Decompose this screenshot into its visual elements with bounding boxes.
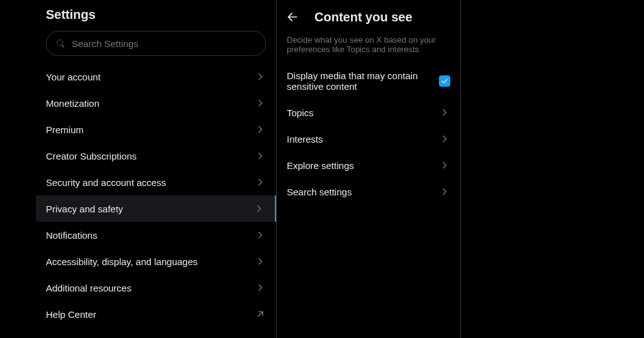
sidebar-items: Your accountMonetizationPremiumCreator S… xyxy=(36,63,276,327)
content-item-label: Search settings xyxy=(287,187,352,197)
sidebar-item-label: Accessibility, display, and languages xyxy=(46,256,197,267)
content-item-label: Interests xyxy=(287,134,323,144)
sidebar-item-accessibility-display-and-languages[interactable]: Accessibility, display, and languages xyxy=(36,248,276,275)
settings-sidebar: Settings Your accountMonetizationPremium… xyxy=(36,0,277,338)
chevron-right-icon xyxy=(255,177,266,188)
main-panel: Content you see Decide what you see on X… xyxy=(277,0,461,338)
main-description: Decide what you see on X based on your p… xyxy=(277,33,460,63)
sidebar-item-monetization[interactable]: Monetization xyxy=(36,90,276,116)
content-item-search-settings[interactable]: Search settings xyxy=(277,178,460,205)
back-arrow-icon xyxy=(286,11,299,23)
sidebar-item-label: Notifications xyxy=(46,230,97,241)
chevron-right-icon xyxy=(255,282,266,293)
content-item-label: Explore settings xyxy=(287,160,354,171)
sidebar-item-premium[interactable]: Premium xyxy=(36,116,276,143)
sidebar-item-notifications[interactable]: Notifications xyxy=(36,222,276,248)
sidebar-item-label: Additional resources xyxy=(46,283,131,293)
sidebar-item-label: Creator Subscriptions xyxy=(46,151,136,161)
chevron-right-icon xyxy=(439,133,450,144)
chevron-right-icon xyxy=(255,256,266,267)
check-icon xyxy=(440,77,449,85)
content-items: Display media that may contain sensitive… xyxy=(277,63,460,205)
sidebar-header: Settings xyxy=(36,0,276,26)
chevron-right-icon xyxy=(255,229,266,241)
chevron-right-icon xyxy=(255,97,266,109)
sidebar-title: Settings xyxy=(46,8,266,22)
search-input-wrapper[interactable] xyxy=(46,31,266,56)
sidebar-item-label: Your account xyxy=(46,72,101,82)
sidebar-item-additional-resources[interactable]: Additional resources xyxy=(36,275,276,301)
content-item-display-media-that-may-contain-sensitive[interactable]: Display media that may contain sensitive… xyxy=(277,63,460,99)
chevron-right-icon xyxy=(255,124,266,135)
external-link-icon xyxy=(255,308,266,320)
sidebar-item-label: Help Center xyxy=(46,309,96,320)
sidebar-item-help-center[interactable]: Help Center xyxy=(36,301,276,327)
outer-left-margin xyxy=(0,0,36,338)
chevron-right-icon xyxy=(255,71,266,82)
main-title: Content you see xyxy=(314,10,413,25)
content-item-label: Topics xyxy=(287,107,314,118)
checkbox-display-media-that-may-contain-sensitive[interactable] xyxy=(439,75,450,87)
search-input[interactable] xyxy=(72,38,257,49)
search-container xyxy=(36,26,276,63)
svg-point-0 xyxy=(57,40,62,45)
content-item-explore-settings[interactable]: Explore settings xyxy=(277,152,460,178)
outer-right-margin xyxy=(461,0,645,338)
sidebar-item-label: Premium xyxy=(46,124,84,135)
sidebar-item-privacy-and-safety[interactable]: Privacy and safety xyxy=(36,195,276,222)
sidebar-item-security-and-account-access[interactable]: Security and account access xyxy=(36,169,276,195)
sidebar-item-label: Security and account access xyxy=(46,177,166,188)
sidebar-item-label: Privacy and safety xyxy=(46,204,123,214)
chevron-right-icon xyxy=(439,186,450,197)
sidebar-item-label: Monetization xyxy=(46,98,99,109)
search-icon xyxy=(55,38,65,48)
chevron-right-icon xyxy=(253,203,265,214)
main-header: Content you see xyxy=(277,0,460,33)
chevron-right-icon xyxy=(255,150,266,161)
content-item-topics[interactable]: Topics xyxy=(277,99,460,126)
content-item-interests[interactable]: Interests xyxy=(277,126,460,152)
back-button[interactable] xyxy=(282,6,303,28)
sidebar-item-creator-subscriptions[interactable]: Creator Subscriptions xyxy=(36,143,276,169)
chevron-right-icon xyxy=(439,107,450,118)
chevron-right-icon xyxy=(439,160,450,171)
sidebar-item-your-account[interactable]: Your account xyxy=(36,63,276,90)
content-item-label: Display media that may contain sensitive… xyxy=(287,70,439,92)
